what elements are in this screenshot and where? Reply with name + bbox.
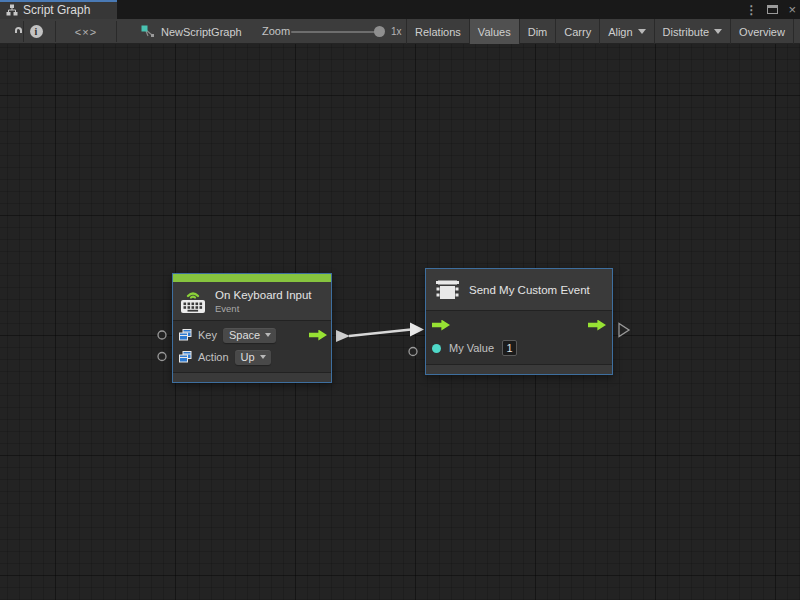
node-body: My Value 1 (426, 311, 612, 364)
maximize-icon[interactable] (767, 5, 778, 14)
control-output-arrow-icon[interactable] (309, 330, 327, 341)
zoom-label: Zoom (262, 19, 290, 44)
toolbar-separator (55, 21, 56, 42)
window-menu-icon[interactable]: ⋮ (745, 4, 757, 16)
node-on-keyboard-input[interactable]: On Keyboard Input Event Key Space (172, 273, 332, 383)
keyboard-event-icon (179, 287, 207, 315)
node-header[interactable]: Send My Custom Event (426, 269, 612, 311)
control-output-port-triangle-hollow[interactable] (619, 324, 629, 337)
event-accent-bar (173, 274, 331, 282)
control-connection-wire[interactable] (349, 330, 411, 337)
tab-focus-highlight (0, 0, 117, 2)
code-preview-icon[interactable]: <×> (64, 19, 108, 44)
my-value-port-label: My Value (449, 342, 494, 354)
dropdown-caret-icon (714, 29, 722, 34)
wire-arrowhead-icon (410, 323, 424, 337)
align-dropdown-button[interactable]: Align (599, 19, 653, 44)
graph-canvas[interactable]: On Keyboard Input Event Key Space (0, 44, 800, 600)
wire-layer (0, 44, 800, 600)
graph-breadcrumb[interactable]: NewScriptGraph (141, 19, 242, 44)
toolbar-buttons: Relations Values Dim Carry Align Distrib… (406, 19, 800, 44)
node-title: Send My Custom Event (469, 284, 590, 296)
control-output-arrow-icon[interactable] (588, 320, 606, 331)
toolbar-separator (23, 21, 24, 42)
info-icon[interactable]: i (28, 19, 44, 44)
enum-type-icon (179, 351, 192, 363)
relations-button[interactable]: Relations (406, 19, 469, 44)
node-body: Key Space Action Up (173, 321, 331, 372)
key-port-label: Key (198, 329, 217, 341)
overview-button[interactable]: Overview (730, 19, 793, 44)
dropdown-caret-icon (260, 355, 266, 359)
graph-name: NewScriptGraph (161, 26, 242, 38)
port-row-control (426, 314, 612, 336)
graph-asset-icon (141, 25, 155, 39)
zoom-slider-track[interactable] (291, 31, 383, 33)
port-row-my-value: My Value 1 (426, 336, 612, 360)
script-graph-icon (6, 4, 18, 16)
node-send-my-custom-event[interactable]: Send My Custom Event My Value 1 (425, 268, 613, 375)
window-tab-strip: Script Graph ⋮ × (0, 0, 800, 19)
action-dropdown[interactable]: Up (235, 350, 271, 365)
tab-script-graph[interactable]: Script Graph (0, 0, 117, 19)
node-footer (426, 364, 612, 374)
my-value-input[interactable]: 1 (502, 340, 517, 356)
control-input-arrow-icon[interactable] (432, 320, 450, 331)
graph-toolbar: i <×> NewScriptGraph Zoom 1x Relations V… (0, 19, 800, 44)
zoom-slider-knob[interactable] (374, 26, 385, 37)
control-output-port-triangle[interactable] (336, 330, 350, 342)
dim-button[interactable]: Dim (519, 19, 556, 44)
action-port-label: Action (198, 351, 229, 363)
node-title: On Keyboard Input (215, 289, 312, 301)
enum-type-icon (179, 329, 192, 341)
node-footer (173, 372, 331, 382)
zoom-value: 1x (391, 19, 402, 44)
node-subtitle: Event (215, 303, 312, 314)
my-value-input-port-circle[interactable] (409, 348, 417, 356)
distribute-dropdown-button[interactable]: Distribute (654, 19, 730, 44)
dropdown-caret-icon (638, 29, 646, 34)
port-row-key: Key Space (173, 324, 331, 346)
close-icon[interactable]: × (788, 3, 796, 16)
key-input-port-circle[interactable] (158, 331, 166, 339)
action-input-port-circle[interactable] (158, 353, 166, 361)
key-dropdown[interactable]: Space (223, 328, 276, 343)
dropdown-caret-icon (265, 333, 271, 337)
carry-button[interactable]: Carry (555, 19, 599, 44)
toolbar-separator (116, 21, 117, 42)
node-header[interactable]: On Keyboard Input Event (173, 282, 331, 321)
lock-icon[interactable] (5, 19, 21, 44)
values-button[interactable]: Values (469, 19, 519, 44)
value-port-dot-icon[interactable] (432, 344, 441, 353)
custom-event-icon (434, 276, 461, 303)
port-row-action: Action Up (173, 346, 331, 368)
tab-title: Script Graph (23, 3, 90, 17)
fullscreen-button[interactable]: Full Screen (793, 19, 800, 44)
